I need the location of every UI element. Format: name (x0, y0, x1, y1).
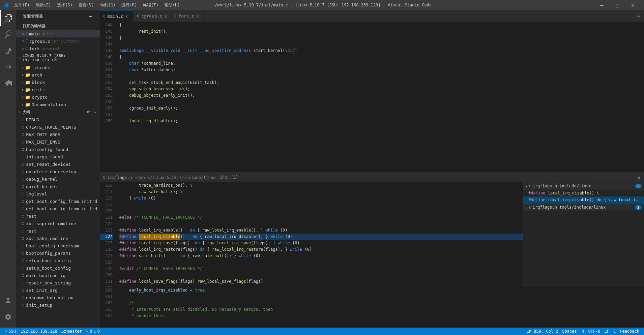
outline-item-initargs-found[interactable]: ⬡initargs_found (16, 153, 100, 160)
close-icon[interactable]: ✕ (22, 31, 24, 36)
open-editor-fork-c[interactable]: ✕ C fork.c kernel (16, 45, 100, 52)
peek-ref-item-1[interactable]: #define local_irq_disable() do { raw_loc… (523, 196, 644, 203)
close-button[interactable]: ✕ (625, 0, 641, 10)
activity-extensions[interactable] (0, 75, 16, 91)
code-line-859: local_irq_disable(); (119, 118, 644, 124)
close-icon[interactable]: ✕ (22, 39, 24, 43)
folder-icon: 📁 (25, 72, 30, 78)
editor-area: C main.c ✕ C cgroup.c ✕ C fork.c ✕ ⋯ (100, 10, 644, 328)
outline-item-obsolete[interactable]: ⬡obsolete_checksetup (16, 168, 100, 175)
activity-account[interactable] (0, 293, 16, 309)
outline-item-boot-config-checksum[interactable]: ⬡boot_config_checksum (16, 242, 100, 249)
status-errors[interactable]: ✕ 0 ⚠ 0 (84, 328, 102, 335)
folder-block[interactable]: › 📁 block (16, 79, 100, 86)
menu-run[interactable]: 运行(R) (119, 2, 140, 9)
activity-settings[interactable] (0, 309, 16, 325)
tab-cgroup-c[interactable]: C cgroup.c ✕ (134, 10, 171, 22)
outline-item-loglevel[interactable]: ⬡loglevel (16, 190, 100, 197)
code-editor-main[interactable]: 844 845 846 847 848 849 850 851 852 853 … (100, 22, 644, 173)
status-line-col[interactable]: Ln 859, Col 2 (524, 328, 560, 335)
folder-crypto[interactable]: › 📁 crypto (16, 93, 100, 101)
tab-close-icon[interactable]: ✕ (196, 13, 199, 19)
peek-ref-item-0[interactable]: #define local_irq_disable() \ (523, 190, 644, 196)
activity-run-debug[interactable] (0, 59, 16, 75)
outline-more-icon[interactable]: ⋯ (93, 110, 97, 115)
line-num: 226 (100, 246, 113, 253)
status-eol[interactable]: LF (603, 328, 611, 335)
folder-documentation[interactable]: › 📁 Documentation (16, 101, 100, 108)
outline-header[interactable]: ▾ 大纲 ⟳ ⋯ (16, 108, 100, 116)
peek-close-icon[interactable]: ✕ (637, 174, 641, 181)
menu-file[interactable]: 文件(F) (11, 2, 32, 9)
folder-icon: 📁 (25, 80, 30, 85)
activity-search[interactable] (0, 26, 16, 42)
outline-item-setup-boot-config[interactable]: ⬡setup_boot_config (16, 257, 100, 264)
symbol-icon: ⬡ (22, 192, 25, 196)
editor-top[interactable]: 844 845 846 847 848 849 850 851 852 853 … (100, 22, 644, 173)
activity-source-control[interactable] (0, 42, 16, 59)
outline-item-rest[interactable]: ⬡rest (16, 212, 100, 220)
split-editor-icon[interactable]: ⋯ (636, 12, 641, 19)
outline-item-bootconfig-found[interactable]: ⬡bootconfig_found (16, 146, 100, 153)
outline-item-max-init-args[interactable]: ⬡MAX_INIT_ARGS (16, 131, 100, 138)
outline-item-get-boot-config2[interactable]: ⬡get_boot_config_from_initrd (16, 205, 100, 212)
outline-item-xbc-snprint[interactable]: ⬡xbc_snprint_cmdline (16, 220, 100, 227)
menu-select[interactable]: 选择(S) (54, 2, 75, 9)
menu-edit[interactable]: 编辑(E) (33, 2, 54, 9)
editor-bottom[interactable]: 860 861 862 863 864 early_boot_irqs_disa… (100, 287, 644, 328)
tab-close-icon[interactable]: ✕ (125, 13, 128, 19)
folder-vscode[interactable]: › 📁 .vscode (16, 64, 100, 71)
outline-item-set-reset[interactable]: ⬡set_reset_devices (16, 160, 100, 168)
tab-close-icon[interactable]: ✕ (164, 13, 167, 19)
outline-item-get-boot-config[interactable]: ⬡get_boot_config_from_initrd (16, 197, 100, 205)
outline-item-quiet-kernel[interactable]: ⬡quiet_kernel (16, 183, 100, 190)
maximize-button[interactable]: □ (610, 0, 625, 10)
peek-code-editor[interactable]: 216 217 218 219 220 221 222 223 224 225 (100, 182, 523, 287)
symbol-icon: ⬡ (22, 244, 25, 248)
outline-item-bootconfig-params[interactable]: ⬡bootconfig_params (16, 249, 100, 257)
peek-ref-header-1[interactable]: ▾ C irqflags.h include/linux 2 (523, 182, 644, 190)
folder-certs[interactable]: › 📁 certs (16, 86, 100, 93)
tab-fork-c[interactable]: C fork.c ✕ (171, 10, 205, 22)
status-encoding[interactable]: UTF-8 (586, 328, 602, 335)
status-feedback[interactable]: Feedback (618, 328, 641, 335)
outline-item-warn-bootconfig[interactable]: ⬡warn_bootconfig (16, 272, 100, 279)
peek-ref-header-2[interactable]: › C irqflags.h tools/include/linux 1 (523, 204, 644, 211)
outline-item-debug-kernel[interactable]: ⬡debug_kernel (16, 175, 100, 183)
menu-help[interactable]: 帮助(H) (162, 2, 183, 9)
open-editors-header[interactable]: ▾ 打开的编辑器 (16, 22, 100, 30)
outline-item-repair-env[interactable]: ⬡repair_env_string (16, 279, 100, 286)
status-spaces[interactable]: Spaces: 4 (560, 328, 586, 335)
tab-main-c[interactable]: C main.c ✕ (100, 10, 134, 22)
chevron-icon: ▾ (19, 24, 21, 28)
outline-item-unknown-bootoption[interactable]: ⬡unknown_bootoption (16, 294, 100, 301)
outline-item-max-init-envs[interactable]: ⬡MAX_INIT_ENVS (16, 138, 100, 146)
menu-terminal[interactable]: 终端(T) (140, 2, 161, 9)
outline-item-set-init-arg[interactable]: ⬡set_init_arg (16, 286, 100, 294)
outline-item-rest2[interactable]: ⬡rest (16, 227, 100, 235)
close-icon[interactable]: ✕ (22, 46, 24, 51)
outline-item-debug[interactable]: ⬡DEBUG (16, 116, 100, 123)
activity-explorer[interactable] (0, 10, 16, 26)
line-num: 856 (100, 99, 113, 105)
new-file-icon[interactable]: ⋯ (88, 13, 93, 20)
menu-view[interactable]: 查看(V) (76, 2, 97, 9)
open-editor-main-c[interactable]: ✕ C main.c init (16, 30, 100, 37)
menu-goto[interactable]: 转到(G) (97, 2, 118, 9)
status-line-col-label: Ln 859, Col 2 (526, 329, 558, 334)
status-language[interactable]: C (611, 328, 618, 335)
outline-item-xbc-make[interactable]: ⬡xbc_make_cmdline (16, 235, 100, 242)
outline-item-create-trace[interactable]: ⬡CREATE_TRACE_POINTS (16, 123, 100, 131)
outline-item-setup-boot-config2[interactable]: ⬡setup_boot_config (16, 264, 100, 272)
open-editor-cgroup-c[interactable]: ✕ C cgroup.c kernel/cgroup (16, 37, 100, 45)
folder-arch[interactable]: › 📁 arch (16, 71, 100, 79)
workspace-header[interactable]: ▾ LINUX-5.10.7 [SSH: 192.168.139.128] (16, 52, 100, 64)
status-branch[interactable]: ⎇ master (59, 328, 84, 335)
outline-item-init-setup[interactable]: ⬡init_setup (16, 301, 100, 309)
minimize-button[interactable]: — (594, 0, 610, 10)
titlebar: 文件(F) 编辑(E) 选择(S) 查看(V) 转到(G) 运行(R) 终端(T… (0, 0, 644, 10)
outline-item-label: loglevel (26, 191, 47, 196)
outline-refresh-icon[interactable]: ⟳ (86, 110, 91, 115)
status-spaces-label: Spaces: 4 (562, 329, 584, 334)
status-ssh[interactable]: ⚡ SSH: 192.168.139.128 (3, 328, 59, 335)
